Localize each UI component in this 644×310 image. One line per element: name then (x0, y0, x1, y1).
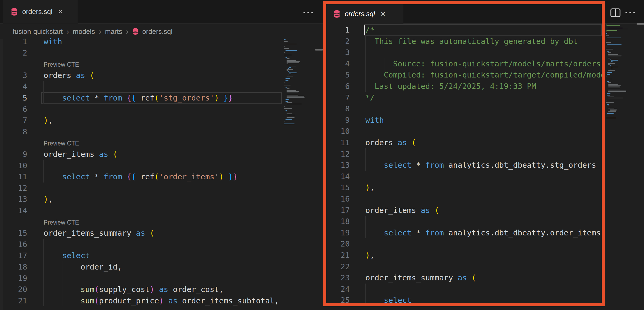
code-line[interactable]: 20 sum(supply_cost) as order_cost, (0, 284, 323, 295)
line-number[interactable]: 15 (333, 182, 350, 193)
code-line[interactable]: 5 Compiled: fusion-quickstart/target/com… (326, 69, 602, 81)
line-number[interactable]: 9 (11, 149, 27, 160)
close-icon[interactable]: ✕ (380, 10, 386, 18)
codelens-preview-cte[interactable]: Preview CTE (44, 58, 79, 71)
code-line[interactable]: 9order_items as ( (0, 149, 323, 160)
line-number[interactable]: 20 (333, 238, 350, 250)
tab-orders-sql-preview[interactable]: orders.sql ✕ (326, 4, 403, 24)
line-number[interactable]: 5 (333, 69, 350, 81)
line-number[interactable]: 18 (11, 261, 27, 273)
split-editor-icon[interactable] (610, 7, 621, 18)
line-number[interactable]: 12 (333, 148, 350, 160)
line-number[interactable]: 17 (11, 250, 27, 261)
line-number[interactable]: 4 (333, 58, 350, 70)
line-number[interactable]: 16 (11, 239, 27, 250)
code-line[interactable]: 20 (326, 238, 602, 250)
code-line[interactable]: 11 select * from {{ ref('order_items') }… (0, 171, 323, 183)
line-number[interactable]: 7 (333, 92, 350, 103)
minimap[interactable] (284, 39, 315, 126)
line-number[interactable]: 14 (11, 205, 27, 216)
codelens-row[interactable]: Preview CTE (0, 58, 323, 70)
line-number[interactable]: 19 (11, 273, 27, 284)
more-actions-icon[interactable] (625, 12, 635, 13)
code-line[interactable]: 22 (326, 261, 602, 272)
line-number[interactable]: 19 (333, 227, 350, 239)
line-number[interactable]: 6 (333, 81, 350, 92)
line-number[interactable]: 1 (11, 36, 27, 47)
line-number[interactable]: 3 (333, 47, 350, 58)
line-number[interactable]: 15 (11, 227, 27, 239)
codelens-row[interactable]: Preview CTE (0, 216, 323, 228)
codelens-preview-cte[interactable]: Preview CTE (44, 216, 79, 229)
codelens-preview-cte[interactable]: Preview CTE (44, 137, 79, 149)
code-line[interactable]: 1/* (326, 24, 602, 36)
code-line[interactable]: 19 (0, 273, 323, 284)
code-line[interactable]: 12 (0, 183, 323, 194)
code-line[interactable]: 8 (0, 126, 323, 138)
code-line[interactable]: 16 (326, 193, 602, 205)
code-line[interactable]: 15), (326, 182, 602, 193)
code-line[interactable]: 9with (326, 115, 602, 126)
line-number[interactable]: 22 (333, 261, 350, 272)
right-code-editor[interactable]: 1/*2 This file was automatically generat… (326, 24, 602, 310)
code-line[interactable]: 19 select * from analytics.dbt_dbeatty.o… (326, 227, 602, 239)
code-line[interactable]: 13 select * from analytics.dbt_dbeatty.s… (326, 159, 602, 171)
code-line[interactable]: 25 select (326, 295, 602, 306)
code-line[interactable]: 18 (326, 216, 602, 227)
code-line[interactable]: 5 select * from {{ ref('stg_orders') }} (0, 92, 323, 104)
line-number[interactable]: 6 (11, 104, 27, 115)
line-number[interactable]: 8 (333, 103, 350, 115)
code-line[interactable]: 4 Source: fusion-quickstart/models/marts… (326, 58, 602, 70)
code-line[interactable]: 3orders as ( (0, 70, 323, 81)
line-number[interactable]: 2 (333, 36, 350, 47)
line-number[interactable]: 2 (11, 47, 27, 59)
code-line[interactable]: 17 select (0, 250, 323, 261)
scrollbar-thumb[interactable] (637, 23, 644, 25)
code-line[interactable]: 7*/ (326, 92, 602, 103)
line-number[interactable]: 13 (333, 159, 350, 171)
line-number[interactable]: 10 (333, 126, 350, 137)
code-line[interactable]: 2 This file was automatically generated … (326, 36, 602, 47)
line-number[interactable]: 11 (333, 137, 350, 148)
line-number[interactable]: 4 (11, 81, 27, 92)
line-number[interactable]: 21 (11, 295, 27, 307)
code-line[interactable]: 10 (326, 126, 602, 137)
line-number[interactable]: 9 (333, 115, 350, 126)
line-number[interactable]: 23 (333, 272, 350, 284)
codelens-row[interactable]: Preview CTE (0, 137, 323, 149)
code-line[interactable]: 7), (0, 115, 323, 126)
code-line[interactable]: 12 (326, 148, 602, 160)
line-number[interactable]: 8 (11, 126, 27, 138)
code-line[interactable]: 21), (326, 250, 602, 261)
code-line[interactable]: 4 (0, 81, 323, 92)
code-line[interactable]: 13), (0, 194, 323, 205)
line-number[interactable]: 18 (333, 216, 350, 227)
line-number[interactable]: 5 (11, 92, 27, 104)
line-number[interactable]: 20 (11, 284, 27, 295)
line-number[interactable]: 12 (11, 183, 27, 194)
code-line[interactable]: 6 (0, 104, 323, 115)
code-line[interactable]: 15order_items_summary as ( (0, 227, 323, 239)
line-number[interactable]: 10 (11, 160, 27, 171)
code-line[interactable]: 11orders as ( (326, 137, 602, 148)
scrollbar-thumb[interactable] (315, 49, 323, 51)
code-line[interactable]: 8 (326, 103, 602, 115)
line-number[interactable]: 11 (11, 171, 27, 183)
line-number[interactable]: 25 (333, 295, 350, 306)
code-line[interactable]: 10 (0, 160, 323, 171)
code-line[interactable]: 16 (0, 239, 323, 250)
code-line[interactable]: 23order_items_summary as ( (326, 272, 602, 284)
code-line[interactable]: 24 (326, 284, 602, 295)
line-number[interactable]: 16 (333, 193, 350, 205)
line-number[interactable]: 14 (333, 171, 350, 182)
code-line[interactable]: 2 (0, 47, 323, 59)
code-line[interactable]: 6 Last updated: 5/24/2025, 4:19:33 PM (326, 81, 602, 92)
code-line[interactable]: 17order_items as ( (326, 205, 602, 216)
line-number[interactable]: 7 (11, 115, 27, 126)
minimap[interactable] (606, 24, 637, 121)
code-line[interactable]: 14 (326, 171, 602, 182)
line-number[interactable]: 1 (333, 24, 350, 36)
code-line[interactable]: 21 sum(product_price) as order_items_sub… (0, 295, 323, 307)
code-line[interactable]: 1with (0, 36, 323, 47)
code-line[interactable]: 18 order_id, (0, 261, 323, 273)
